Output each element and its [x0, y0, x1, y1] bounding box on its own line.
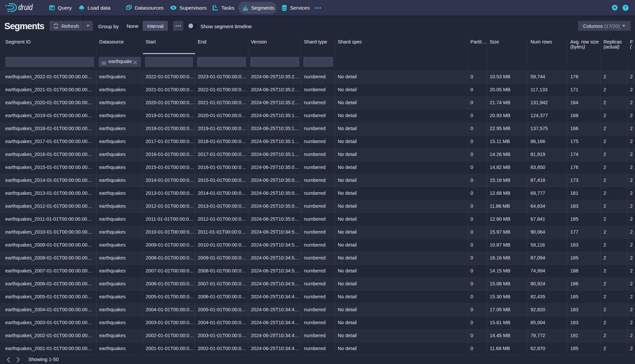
- svg-text:?: ?: [624, 5, 627, 10]
